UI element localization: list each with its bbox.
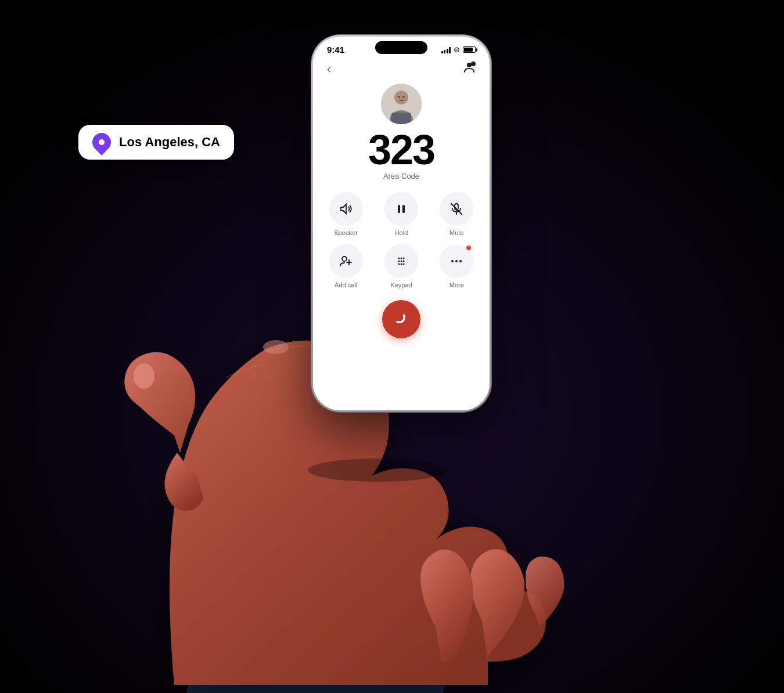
phone-device: 9:41 ⊜ xyxy=(311,35,491,412)
add-call-button[interactable]: Add call xyxy=(322,244,369,288)
keypad-button[interactable]: Keypad xyxy=(377,244,425,288)
signal-bar-2 xyxy=(444,50,445,53)
location-pin-icon xyxy=(88,129,114,155)
signal-bars xyxy=(441,46,451,53)
mute-button[interactable]: Mute xyxy=(433,192,480,236)
notification-dot xyxy=(466,246,471,250)
svg-point-3 xyxy=(134,363,154,389)
svg-point-19 xyxy=(342,257,347,261)
battery-fill xyxy=(464,48,473,52)
more-circle xyxy=(440,244,473,278)
svg-point-25 xyxy=(398,261,400,262)
svg-point-32 xyxy=(455,260,458,262)
status-icons: ⊜ xyxy=(441,45,476,54)
mute-circle xyxy=(440,192,473,226)
back-button[interactable]: ‹ xyxy=(327,62,331,75)
location-city: Los Angeles, CA xyxy=(119,135,220,150)
contact-button[interactable] xyxy=(463,60,476,77)
svg-point-28 xyxy=(398,264,400,265)
svg-point-4 xyxy=(263,340,289,354)
phone-screen: 9:41 ⊜ xyxy=(313,37,490,410)
svg-point-5 xyxy=(308,459,447,482)
svg-point-24 xyxy=(402,258,404,259)
svg-point-26 xyxy=(400,261,402,262)
call-controls-grid: Speaker Hold xyxy=(322,192,480,288)
signal-bar-1 xyxy=(441,51,443,53)
add-call-circle xyxy=(329,244,363,278)
mute-label: Mute xyxy=(449,229,463,236)
svg-rect-15 xyxy=(402,205,405,213)
svg-point-29 xyxy=(400,264,402,265)
svg-rect-14 xyxy=(398,205,400,213)
speaker-button[interactable]: Speaker xyxy=(322,192,369,236)
hold-label: Hold xyxy=(395,229,408,236)
svg-point-13 xyxy=(403,96,405,98)
area-code-label: Area Code xyxy=(383,172,419,181)
add-call-label: Add call xyxy=(335,281,357,288)
speaker-label: Speaker xyxy=(334,229,358,236)
wifi-icon: ⊜ xyxy=(454,45,460,54)
keypad-label: Keypad xyxy=(390,281,412,288)
end-call-button[interactable] xyxy=(382,300,420,338)
area-code-number: 323 xyxy=(368,129,434,171)
status-bar: 9:41 ⊜ xyxy=(313,37,490,58)
phone-content: ‹ xyxy=(313,58,490,410)
battery-icon xyxy=(463,46,476,53)
svg-point-27 xyxy=(402,261,404,262)
svg-point-12 xyxy=(398,96,400,98)
status-time: 9:41 xyxy=(327,45,344,55)
phone-nav: ‹ xyxy=(322,58,480,84)
svg-point-33 xyxy=(459,260,462,262)
svg-rect-11 xyxy=(391,113,411,124)
hold-button[interactable]: Hold xyxy=(377,192,425,236)
svg-point-30 xyxy=(402,264,404,265)
dynamic-island xyxy=(375,41,427,54)
contact-avatar xyxy=(381,84,422,124)
svg-point-23 xyxy=(400,258,402,259)
location-tooltip: Los Angeles, CA xyxy=(78,125,234,160)
more-button[interactable]: More xyxy=(433,244,480,288)
svg-point-9 xyxy=(394,91,408,104)
svg-point-31 xyxy=(451,260,454,262)
phone-frame: 9:41 ⊜ xyxy=(311,35,509,412)
speaker-circle xyxy=(329,192,363,226)
keypad-circle xyxy=(384,244,418,278)
signal-bar-4 xyxy=(449,47,451,53)
more-label: More xyxy=(449,281,464,288)
svg-point-7 xyxy=(471,62,476,66)
hold-circle xyxy=(384,192,418,226)
signal-bar-3 xyxy=(447,49,448,53)
svg-point-22 xyxy=(398,258,400,259)
